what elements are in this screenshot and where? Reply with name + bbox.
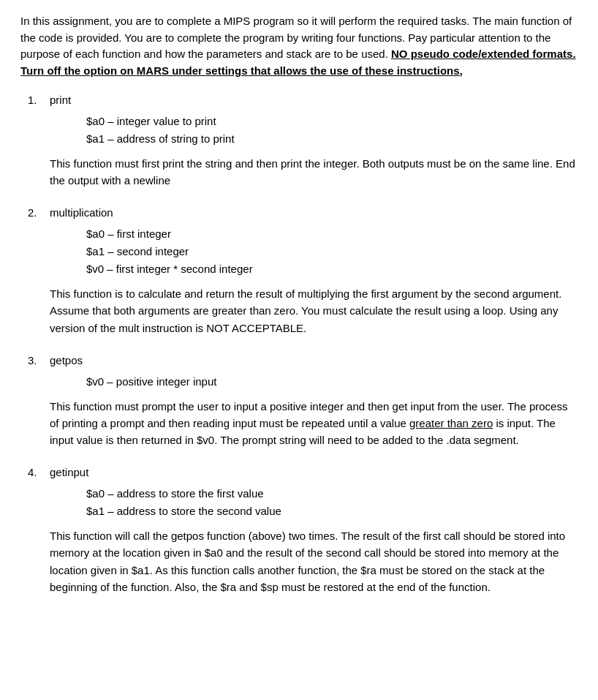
list-number-1: 1. [28,92,50,108]
list-item-3-header: 3. getpos [28,353,578,369]
param-2-2: $v0 – first integer * second integer [86,260,578,278]
list-item-3-params: $v0 – positive integer input [86,373,578,391]
list-title-4: getinput [50,464,88,481]
list-title-2: multiplication [50,205,113,221]
bold-underline-text: NO pseudo code/extended formats. Turn of… [20,48,576,77]
list-item-4-header: 4. getinput [28,464,578,481]
numbered-list: 1. print $a0 – integer value to print $a… [28,92,578,595]
param-1-0: $a0 – integer value to print [86,113,578,130]
param-2-1: $a1 – second integer [86,243,578,260]
list-item-1: 1. print $a0 – integer value to print $a… [28,92,578,189]
list-item-4: 4. getinput $a0 – address to store the f… [28,464,578,595]
list-item-2-description: This function is to calculate and return… [50,285,578,336]
list-item-4-params: $a0 – address to store the first value $… [86,485,578,520]
intro-paragraph: In this assignment, you are to complete … [20,13,578,79]
param-4-1: $a1 – address to store the second value [86,503,578,520]
list-number-3: 3. [28,353,50,369]
list-item-3-description: This function must prompt the user to in… [50,398,578,449]
list-item-1-description: This function must first print the strin… [50,155,578,189]
list-title-1: print [50,92,71,108]
list-number-2: 2. [28,205,50,221]
list-item-4-description: This function will call the getpos funct… [50,527,578,595]
param-3-0: $v0 – positive integer input [86,373,578,391]
param-4-0: $a0 – address to store the first value [86,485,578,503]
list-number-4: 4. [28,464,50,481]
list-item-3: 3. getpos $v0 – positive integer input T… [28,353,578,449]
list-item-2-header: 2. multiplication [28,205,578,221]
list-item-1-params: $a0 – integer value to print $a1 – addre… [86,113,578,148]
list-title-3: getpos [50,353,83,369]
param-2-0: $a0 – first integer [86,225,578,243]
list-item-2: 2. multiplication $a0 – first integer $a… [28,205,578,336]
param-1-1: $a1 – address of string to print [86,130,578,148]
list-item-2-params: $a0 – first integer $a1 – second integer… [86,225,578,278]
list-item-1-header: 1. print [28,92,578,108]
intro-text: In this assignment, you are to complete … [20,15,576,77]
desc-3-underline: greater than zero [409,417,493,429]
